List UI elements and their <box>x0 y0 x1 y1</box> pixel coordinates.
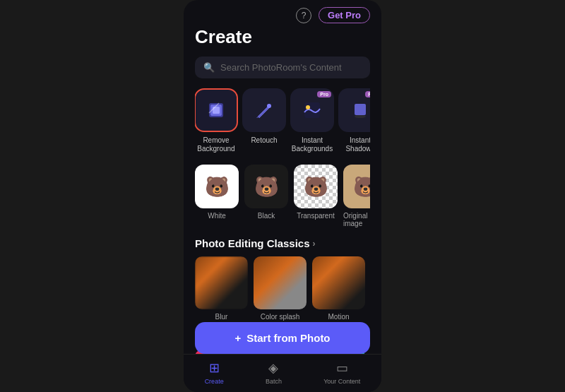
tool-icon-instant-bg[interactable]: Pro <box>290 88 334 132</box>
classic-item-color-splash[interactable]: Color splash <box>254 256 307 321</box>
nav-item-batch[interactable]: ◈ Batch <box>266 360 282 385</box>
bear-icon-original: 🐻 <box>353 175 371 198</box>
bg-label-black: Black <box>258 212 275 220</box>
motion-effect <box>312 256 365 309</box>
tools-row: RemoveBackground Retouch Pro <box>195 88 370 153</box>
your-content-icon: ▭ <box>336 360 348 376</box>
pro-badge-instant-bg: Pro <box>317 91 331 97</box>
retouch-icon <box>254 100 274 120</box>
tool-label-retouch: Retouch <box>251 136 277 145</box>
nav-item-your-content[interactable]: ▭ Your Content <box>323 360 360 385</box>
photo-editing-section-title: Photo Editing Classics › <box>195 237 370 249</box>
tool-icon-instant-shadows[interactable]: Pro <box>338 88 370 132</box>
nav-label-batch: Batch <box>266 378 282 385</box>
bg-thumb-white: 🐻 <box>195 165 239 208</box>
bg-label-original: Original image <box>343 212 370 227</box>
instant-shadows-icon <box>350 100 370 120</box>
svg-point-5 <box>306 105 310 109</box>
bg-thumb-black: 🐻 <box>244 165 288 208</box>
search-placeholder: Search PhotoRoom's Content <box>220 62 342 73</box>
create-icon: ⊞ <box>209 360 220 376</box>
page-title: Create <box>195 26 370 48</box>
search-bar[interactable]: 🔍 Search PhotoRoom's Content <box>195 57 370 78</box>
tool-item-remove-bg: RemoveBackground <box>195 88 237 153</box>
bg-thumb-transparent: 🐻 <box>294 165 338 208</box>
classic-thumb-blur <box>195 256 248 309</box>
classics-row: Blur Color splash Motion Li <box>195 256 370 321</box>
tool-label-instant-bg: InstantBackgrounds <box>292 136 333 153</box>
bottom-nav: ⊞ Create ◈ Batch ▭ Your Content <box>184 354 381 392</box>
bg-option-black[interactable]: 🐻 Black <box>244 165 288 227</box>
tool-icon-retouch[interactable] <box>242 88 286 132</box>
remove-bg-icon <box>206 100 226 120</box>
bg-option-white[interactable]: 🐻 White <box>195 165 239 227</box>
header-bar: ? Get Pro <box>184 0 381 26</box>
bg-thumb-original: 🐻 <box>343 165 370 208</box>
bear-icon-transparent: 🐻 <box>304 175 328 198</box>
tool-icon-remove-bg[interactable] <box>195 88 238 132</box>
help-icon[interactable]: ? <box>296 8 311 23</box>
classic-item-motion[interactable]: Motion <box>312 256 365 321</box>
tool-item-instant-shadows: Pro Instant Shadows <box>339 88 370 153</box>
bg-option-original[interactable]: 🐻 Original image <box>343 165 370 227</box>
instant-bg-icon <box>302 100 322 120</box>
nav-label-create: Create <box>205 378 224 385</box>
bg-label-white: White <box>208 212 226 220</box>
plus-icon: + <box>234 332 241 344</box>
start-from-photo-button[interactable]: + Start from Photo <box>195 322 370 354</box>
nav-item-create[interactable]: ⊞ Create <box>205 360 224 385</box>
svg-point-3 <box>267 104 271 108</box>
pro-badge-instant-shadows: Pro <box>365 91 370 97</box>
classic-label-motion: Motion <box>328 313 349 321</box>
tool-item-retouch: Retouch <box>243 88 285 153</box>
bg-option-transparent[interactable]: 🐻 Transparent <box>294 165 338 227</box>
bg-options-row: 🐻 White 🐻 Black 🐻 Transparent <box>195 165 370 227</box>
tool-label-instant-shadows: Instant Shadows <box>339 136 370 153</box>
classic-label-color-splash: Color splash <box>261 313 300 321</box>
classic-thumb-motion <box>312 256 365 309</box>
bear-icon-black: 🐻 <box>254 175 279 198</box>
bear-icon-white: 🐻 <box>205 175 230 198</box>
bg-label-transparent: Transparent <box>297 212 335 220</box>
color-splash-effect <box>254 256 307 309</box>
batch-icon: ◈ <box>268 360 278 376</box>
start-from-photo-label: Start from Photo <box>246 332 330 344</box>
get-pro-button[interactable]: Get Pro <box>319 7 370 23</box>
classic-label-blur: Blur <box>215 313 228 321</box>
nav-label-your-content: Your Content <box>323 378 360 385</box>
blur-effect <box>195 256 248 309</box>
search-icon: 🔍 <box>203 62 215 73</box>
svg-rect-6 <box>355 104 366 115</box>
classic-thumb-color-splash <box>254 256 307 309</box>
svg-point-7 <box>355 115 366 118</box>
main-content: Create 🔍 Search PhotoRoom's Content Remo… <box>184 26 381 354</box>
tool-item-instant-bg: Pro InstantBackgrounds <box>291 88 333 153</box>
phone-container: ? Get Pro Create 🔍 Search PhotoRoom's Co… <box>184 0 381 392</box>
tool-label-remove-bg: RemoveBackground <box>197 136 234 153</box>
classic-item-blur[interactable]: Blur <box>195 256 248 321</box>
section-arrow-classics: › <box>313 239 316 249</box>
